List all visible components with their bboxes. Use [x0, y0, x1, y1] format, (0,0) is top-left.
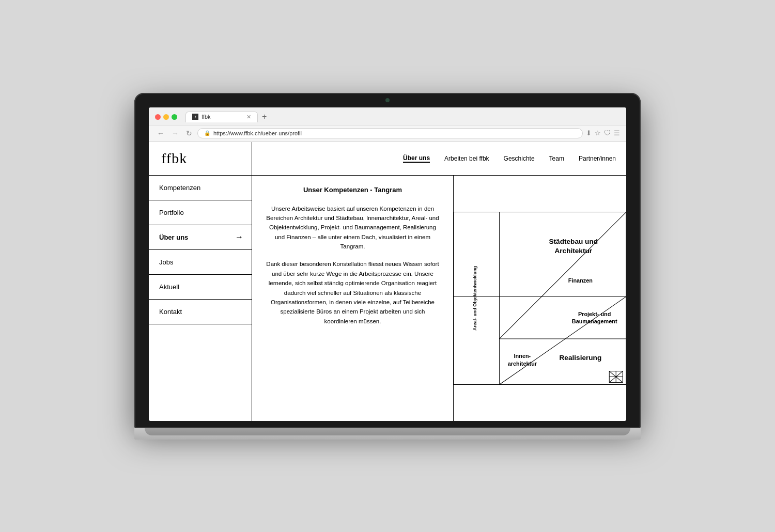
window-controls [155, 114, 177, 120]
address-bar[interactable]: 🔒 https://www.ffbk.ch/ueber-uns/profil [197, 128, 583, 138]
url-text: https://www.ffbk.ch/ueber-uns/profil [213, 130, 302, 136]
site-body: Kompetenzen Portfolio Über uns → Jobs [149, 176, 626, 421]
sidebar-arrow-icon: → [235, 232, 243, 242]
active-tab[interactable]: f ffbk ✕ [185, 112, 258, 122]
sidebar-item-portfolio[interactable]: Portfolio [149, 200, 252, 225]
shield-icon[interactable]: 🛡 [604, 129, 611, 137]
text-paragraph-1: Unsere Arbeitsweise basiert auf unseren … [265, 204, 441, 252]
minimize-button[interactable] [163, 114, 169, 120]
laptop-frame: f ffbk ✕ + ← → ↻ 🔒 https://www.ffbk.ch/u… [134, 93, 641, 440]
text-panel-title: Unser Kompetenzen - Tangram [265, 186, 441, 194]
laptop-bottom [145, 428, 630, 435]
logo[interactable]: ffbk [161, 150, 187, 167]
tab-title: ffbk [202, 114, 211, 120]
tangram-svg: Areal- und Objektentwicklung Städtebau u… [454, 176, 626, 421]
nav-ueber-uns[interactable]: Über uns [403, 154, 430, 163]
label-innenarchitektur-1: Innen- [514, 353, 531, 359]
label-projekt: Projekt- und [578, 310, 611, 317]
sidebar-item-aktuell[interactable]: Aktuell [149, 275, 252, 300]
new-tab-button[interactable]: + [260, 112, 269, 121]
sidebar-item-kompetenzen[interactable]: Kompetenzen [149, 176, 252, 200]
label-realisierung: Realisierung [559, 353, 601, 361]
label-baumanagement: Baumanagement [572, 318, 617, 324]
header-nav: Über uns Arbeiten bei ffbk Geschichte Te… [252, 142, 626, 175]
label-innenarchitektur-2: architektur [508, 361, 537, 367]
content-area: Unser Kompetenzen - Tangram Unsere Arbei… [252, 176, 626, 421]
svg-line-5 [500, 296, 626, 384]
nav-geschichte[interactable]: Geschichte [504, 155, 535, 162]
sidebar-item-ueber-uns[interactable]: Über uns → [149, 225, 252, 250]
browser-toolbar: ← → ↻ 🔒 https://www.ffbk.ch/ueber-uns/pr… [149, 126, 626, 142]
label-areal: Areal- und Objektentwicklung [472, 265, 477, 330]
bookmark-icon[interactable]: ☆ [595, 129, 601, 137]
tangram-panel: Areal- und Objektentwicklung Städtebau u… [454, 176, 626, 421]
screen: f ffbk ✕ + ← → ↻ 🔒 https://www.ffbk.ch/u… [149, 107, 626, 421]
tab-favicon: f [192, 114, 198, 120]
text-paragraph-2: Dank dieser besonderen Konstellation fli… [265, 259, 441, 326]
screen-bezel: f ffbk ✕ + ← → ↻ 🔒 https://www.ffbk.ch/u… [134, 93, 641, 428]
download-icon[interactable]: ⬇ [586, 129, 592, 137]
close-button[interactable] [155, 114, 161, 120]
toolbar-right: ⬇ ☆ 🛡 ☰ [586, 129, 620, 137]
reload-button[interactable]: ↻ [184, 128, 194, 138]
sidebar-item-kontakt[interactable]: Kontakt [149, 300, 252, 324]
site-header: ffbk Über uns Arbeiten bei ffbk Geschich… [149, 142, 626, 176]
text-panel-body: Unsere Arbeitsweise basiert auf unseren … [265, 204, 441, 326]
back-button[interactable]: ← [155, 128, 166, 138]
sidebar-item-jobs[interactable]: Jobs [149, 250, 252, 275]
label-architektur: Architektur [554, 246, 592, 254]
label-finanzen: Finanzen [568, 277, 593, 283]
camera [385, 98, 390, 102]
nav-partner[interactable]: Partner/innen [579, 155, 616, 162]
sidebar: Kompetenzen Portfolio Über uns → Jobs [149, 176, 252, 421]
maximize-button[interactable] [172, 114, 177, 120]
tab-bar: f ffbk ✕ + [185, 112, 620, 122]
logo-area: ffbk [149, 142, 252, 175]
text-panel: Unser Kompetenzen - Tangram Unsere Arbei… [252, 176, 454, 421]
nav-arbeiten[interactable]: Arbeiten bei ffbk [444, 155, 489, 162]
browser-chrome: f ffbk ✕ + ← → ↻ 🔒 https://www.ffbk.ch/u… [149, 107, 626, 142]
label-staedtebau: Städtebau und [549, 237, 598, 245]
menu-icon[interactable]: ☰ [614, 129, 620, 137]
laptop-base [134, 428, 641, 440]
nav-team[interactable]: Team [549, 155, 564, 162]
tab-close[interactable]: ✕ [246, 114, 251, 120]
lock-icon: 🔒 [204, 130, 210, 136]
forward-button[interactable]: → [169, 128, 181, 138]
website: ffbk Über uns Arbeiten bei ffbk Geschich… [149, 142, 626, 421]
